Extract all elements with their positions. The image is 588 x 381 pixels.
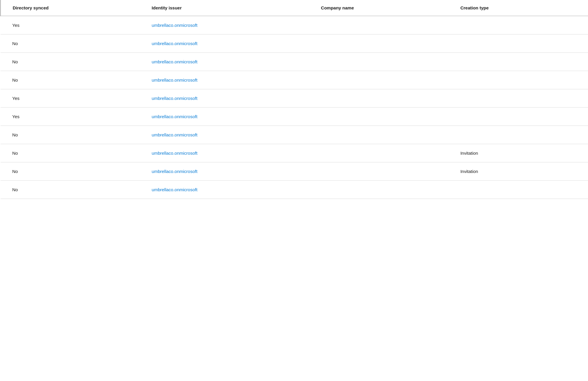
cell-identity-issuer[interactable]: umbrellaco.onmicrosoft: [140, 16, 309, 34]
cell-company-name: [309, 89, 449, 108]
table-row: Noumbrellaco.onmicrosoft: [1, 181, 588, 199]
cell-directory-synced: Yes: [1, 16, 140, 34]
cell-directory-synced: Yes: [1, 89, 140, 108]
cell-directory-synced: No: [1, 162, 140, 181]
cell-company-name: [309, 108, 449, 126]
cell-creation-type: Invitation: [448, 144, 588, 162]
cell-directory-synced: Yes: [1, 108, 140, 126]
users-table-container: Directory synced Identity issuer Company…: [0, 0, 588, 199]
cell-identity-issuer[interactable]: umbrellaco.onmicrosoft: [140, 162, 309, 181]
cell-identity-issuer[interactable]: umbrellaco.onmicrosoft: [140, 71, 309, 89]
cell-creation-type: [448, 53, 588, 71]
col-header-company-name[interactable]: Company name: [309, 0, 449, 16]
cell-company-name: [309, 53, 449, 71]
cell-company-name: [309, 181, 449, 199]
col-header-identity-issuer[interactable]: Identity issuer: [140, 0, 309, 16]
cell-identity-issuer[interactable]: umbrellaco.onmicrosoft: [140, 34, 309, 53]
cell-creation-type: [448, 108, 588, 126]
cell-identity-issuer[interactable]: umbrellaco.onmicrosoft: [140, 108, 309, 126]
cell-directory-synced: No: [1, 34, 140, 53]
cell-directory-synced: No: [1, 144, 140, 162]
table-row: Noumbrellaco.onmicrosoftInvitation: [1, 162, 588, 181]
table-row: Noumbrellaco.onmicrosoftInvitation: [1, 144, 588, 162]
cell-directory-synced: No: [1, 71, 140, 89]
col-header-directory-synced[interactable]: Directory synced: [1, 0, 140, 16]
cell-creation-type: [448, 89, 588, 108]
cell-creation-type: [448, 181, 588, 199]
cell-directory-synced: No: [1, 126, 140, 144]
cell-creation-type: [448, 126, 588, 144]
cell-identity-issuer[interactable]: umbrellaco.onmicrosoft: [140, 53, 309, 71]
table-row: Noumbrellaco.onmicrosoft: [1, 34, 588, 53]
cell-company-name: [309, 126, 449, 144]
cell-creation-type: [448, 16, 588, 34]
cell-company-name: [309, 16, 449, 34]
table-body: Yesumbrellaco.onmicrosoftNoumbrellaco.on…: [1, 16, 588, 199]
table-row: Yesumbrellaco.onmicrosoft: [1, 89, 588, 108]
cell-identity-issuer[interactable]: umbrellaco.onmicrosoft: [140, 181, 309, 199]
cell-identity-issuer[interactable]: umbrellaco.onmicrosoft: [140, 89, 309, 108]
cell-creation-type: Invitation: [448, 162, 588, 181]
table-row: Noumbrellaco.onmicrosoft: [1, 126, 588, 144]
cell-directory-synced: No: [1, 181, 140, 199]
cell-company-name: [309, 144, 449, 162]
cell-company-name: [309, 71, 449, 89]
cell-company-name: [309, 162, 449, 181]
table-row: Noumbrellaco.onmicrosoft: [1, 71, 588, 89]
cell-identity-issuer[interactable]: umbrellaco.onmicrosoft: [140, 126, 309, 144]
table-row: Yesumbrellaco.onmicrosoft: [1, 108, 588, 126]
table-header-row: Directory synced Identity issuer Company…: [1, 0, 588, 16]
table-row: Yesumbrellaco.onmicrosoft: [1, 16, 588, 34]
cell-directory-synced: No: [1, 53, 140, 71]
cell-identity-issuer[interactable]: umbrellaco.onmicrosoft: [140, 144, 309, 162]
table-row: Noumbrellaco.onmicrosoft: [1, 53, 588, 71]
cell-creation-type: [448, 71, 588, 89]
cell-creation-type: [448, 34, 588, 53]
users-table: Directory synced Identity issuer Company…: [0, 0, 588, 199]
cell-company-name: [309, 34, 449, 53]
col-header-creation-type[interactable]: Creation type: [448, 0, 588, 16]
